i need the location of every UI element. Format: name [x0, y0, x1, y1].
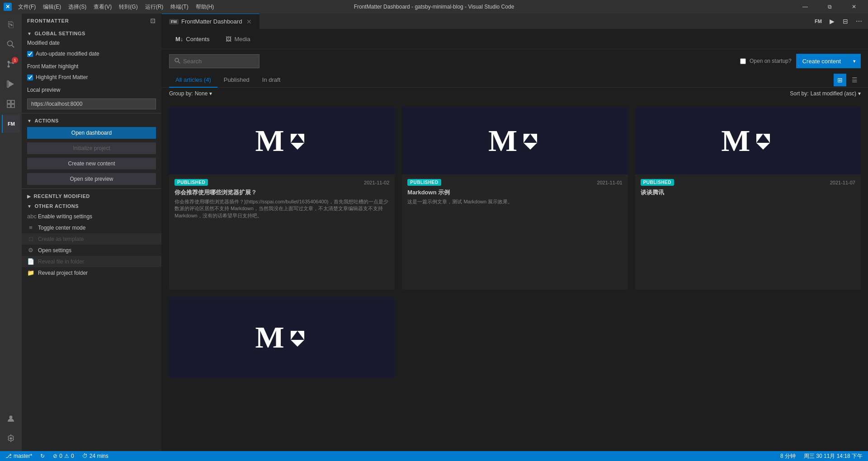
- vscode-logo: ✕: [4, 3, 12, 11]
- fm-tab-logo: FM: [169, 19, 179, 24]
- accounts-icon[interactable]: [2, 409, 20, 428]
- all-articles-tab[interactable]: All articles (4): [169, 73, 217, 88]
- more-actions-icon[interactable]: ⋯: [854, 16, 864, 27]
- menu-help[interactable]: 帮助(H): [193, 2, 217, 12]
- other-actions-label: OTHER ACTIONS: [34, 203, 79, 209]
- highlight-checkbox-row[interactable]: Highlight Front Matter: [22, 73, 161, 81]
- auto-update-checkbox-row[interactable]: Auto-update modified date: [22, 50, 161, 58]
- card-thumbnail-3: M: [635, 107, 861, 174]
- local-preview-label: Local preview: [27, 87, 156, 93]
- open-site-preview-btn[interactable]: Open site preview: [27, 173, 156, 185]
- global-settings-section[interactable]: ▼ GLOBAL SETTINGS: [22, 28, 161, 38]
- search-icon[interactable]: [2, 35, 20, 53]
- time-ago-label: 8 分钟: [780, 452, 796, 460]
- highlight-front-matter-checkbox[interactable]: [27, 75, 33, 80]
- explorer-icon[interactable]: ⎘: [2, 15, 20, 33]
- article-card-1[interactable]: M PUBLISHED 2021-11-02 你会推荐使用哪些浏览器扩: [169, 107, 395, 290]
- sort-by-select[interactable]: Sort by: Last modified (asc) ▾: [790, 90, 861, 97]
- md-logo-2: M: [488, 123, 542, 159]
- datetime[interactable]: 周三 30 11月 14:18 下午: [802, 452, 864, 460]
- other-actions-arrow: ▼: [27, 204, 32, 209]
- timer-status[interactable]: ⏱ 24 mins: [80, 453, 110, 459]
- card-date-2: 2021-11-01: [597, 180, 622, 185]
- published-badge-3: PUBLISHED: [641, 179, 674, 186]
- source-control-badge: 1: [12, 57, 18, 63]
- close-btn[interactable]: ✕: [844, 0, 864, 14]
- menu-select[interactable]: 选择(S): [66, 2, 89, 12]
- in-draft-tab[interactable]: In draft: [256, 73, 287, 88]
- filter-tabs: All articles (4) Published In draft ⊞ ☰: [162, 73, 868, 88]
- highlight-front-matter-label: Highlight Front Matter: [36, 74, 88, 80]
- initialize-project-btn: Initialize project: [27, 142, 156, 154]
- published-tab[interactable]: Published: [217, 73, 256, 88]
- search-input[interactable]: [183, 58, 251, 65]
- source-control-icon[interactable]: 1: [2, 55, 20, 73]
- media-tab[interactable]: 🖼 Media: [219, 33, 256, 45]
- create-content-dropdown-arrow[interactable]: ▾: [847, 54, 861, 68]
- article-card-4[interactable]: M: [169, 297, 395, 378]
- menu-terminal[interactable]: 终端(T): [168, 2, 191, 12]
- front-matter-highlight-setting: Front Matter highlight: [22, 61, 161, 73]
- svg-line-1: [12, 46, 14, 48]
- grid-view-btn[interactable]: ⊞: [834, 74, 846, 86]
- local-preview-input[interactable]: [27, 99, 156, 109]
- open-startup-checkbox[interactable]: [740, 58, 746, 64]
- menu-goto[interactable]: 转到(G): [116, 2, 140, 12]
- title-bar: ✕ 文件(F) 编辑(E) 选择(S) 查看(V) 转到(G) 运行(R) 终端…: [0, 0, 868, 14]
- menu-edit[interactable]: 编辑(E): [40, 2, 64, 12]
- other-actions-section[interactable]: ▼ OTHER ACTIONS: [22, 201, 161, 211]
- minimize-btn[interactable]: —: [795, 0, 816, 14]
- create-as-template: ⊡ Create as template: [22, 233, 161, 245]
- frontmatter-dashboard-tab[interactable]: FM FrontMatter Dashboard ✕: [162, 14, 259, 29]
- card-thumbnail-1: M: [169, 107, 395, 174]
- create-content-button[interactable]: Create content ▾: [796, 54, 861, 68]
- toggle-center-mode[interactable]: ≡ Toggle center mode: [22, 222, 161, 233]
- sort-group-row: Group by: None ▾ Sort by: Last modified …: [162, 88, 868, 99]
- errors-status[interactable]: ⊘ 0 ⚠ 0: [51, 453, 75, 459]
- extensions-icon[interactable]: [2, 95, 20, 113]
- open-settings[interactable]: ⚙ Open settings: [22, 245, 161, 256]
- group-by-label: Group by:: [169, 90, 193, 97]
- recently-modified-section[interactable]: ▶ RECENTLY MODIFIED: [22, 191, 161, 201]
- svg-rect-10: [11, 104, 14, 108]
- reveal-project-folder[interactable]: 📁 Reveal project folder: [22, 267, 161, 278]
- editor-area: FM FrontMatter Dashboard ✕ FM ▶ ⊟ ⋯ M↓ C…: [162, 14, 868, 451]
- media-tab-icon: 🖼: [226, 36, 231, 42]
- create-new-content-btn[interactable]: Create new content: [27, 158, 156, 169]
- open-dashboard-btn[interactable]: Open dashboard: [27, 127, 156, 139]
- maximize-btn[interactable]: ⧉: [819, 0, 840, 14]
- search-box[interactable]: [169, 54, 259, 68]
- create-content-main[interactable]: Create content: [796, 54, 847, 68]
- menu-run[interactable]: 运行(R): [142, 2, 166, 12]
- content-grid: M PUBLISHED 2021-11-02 你会推荐使用哪些浏览器扩: [162, 99, 868, 451]
- split-editor-icon[interactable]: ⊟: [840, 16, 851, 27]
- actions-section[interactable]: ▼ ACTIONS: [22, 115, 161, 125]
- git-branch[interactable]: ⎇ master*: [4, 453, 34, 459]
- tab-close-icon[interactable]: ✕: [246, 18, 252, 25]
- front-matter-highlight-label: Front Matter highlight: [27, 63, 156, 70]
- enable-writing-settings[interactable]: abc Enable writing settings: [22, 211, 161, 222]
- dashboard-nav: M↓ Contents 🖼 Media: [162, 29, 868, 49]
- fm-action-icon[interactable]: FM: [813, 16, 824, 27]
- menu-file[interactable]: 文件(F): [15, 2, 38, 12]
- article-card-3[interactable]: M PUBLISHED 2021-11-07 谈谈腾讯: [635, 107, 861, 290]
- modified-date-setting: Modified date: [22, 38, 161, 50]
- list-view-btn[interactable]: ☰: [848, 74, 861, 86]
- menu-view[interactable]: 查看(V): [91, 2, 114, 12]
- center-mode-icon: ≡: [27, 224, 34, 231]
- run-debug-icon[interactable]: [2, 75, 20, 93]
- sync-status[interactable]: ↻: [38, 453, 47, 459]
- contents-tab[interactable]: M↓ Contents: [169, 33, 216, 45]
- local-preview-setting: Local preview: [22, 85, 161, 97]
- run-icon[interactable]: ▶: [826, 16, 837, 27]
- reveal-file-icon: 📄: [27, 258, 34, 265]
- frontmatter-icon[interactable]: FM: [2, 115, 20, 133]
- auto-update-checkbox[interactable]: [27, 51, 33, 57]
- sidebar-collapse-icon[interactable]: ⊡: [150, 17, 156, 24]
- group-by-select[interactable]: Group by: None ▾: [169, 90, 212, 97]
- time-ago[interactable]: 8 分钟: [778, 452, 797, 460]
- enable-writing-settings-label: Enable writing settings: [38, 213, 92, 220]
- article-card-2[interactable]: M PUBLISHED 2021-11-01 Markdown 示例: [402, 107, 627, 290]
- settings-icon[interactable]: [2, 429, 20, 447]
- main-layout: ⎘ 1: [0, 14, 868, 451]
